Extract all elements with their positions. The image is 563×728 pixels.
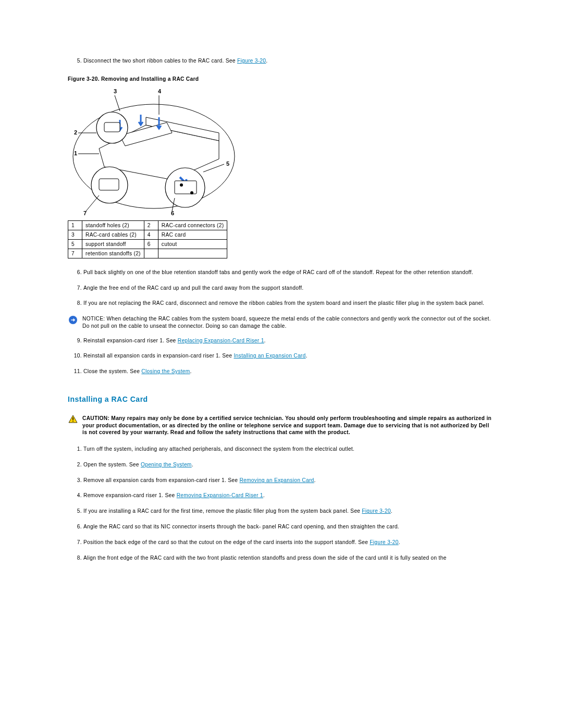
- removing-expansion-card-link[interactable]: Removing an Expansion Card: [239, 477, 314, 483]
- step-6: Pull back slightly on one of the blue re…: [83, 269, 495, 276]
- caution-label: CAUTION:: [82, 415, 109, 421]
- svg-rect-6: [175, 181, 197, 194]
- install-step-6: Angle the RAC card so that its NIC conne…: [83, 523, 495, 530]
- install-step-2: Open the system. See Opening the System.: [83, 461, 495, 468]
- svg-text:4: 4: [158, 88, 162, 94]
- step-9-pre: Reinstall expansion-card riser 1. See: [83, 338, 178, 343]
- figure-caption: Figure 3-20. Removing and Installing a R…: [68, 76, 495, 82]
- svg-rect-24: [72, 417, 74, 420]
- step-10: Reinstall all expansion cards in expansi…: [83, 352, 495, 360]
- key-6-num: 6: [144, 239, 158, 249]
- caution-block: CAUTION: Many repairs may only be done b…: [68, 415, 495, 436]
- svg-text:6: 6: [171, 210, 174, 216]
- removing-riser-link[interactable]: Removing Expansion-Card Riser 1: [177, 492, 263, 498]
- figure-diagram: 1 2 3 4 5 6 7: [68, 86, 495, 216]
- key-3-label: RAC-card cables (2): [82, 230, 144, 239]
- notice-block: NOTICE: When detaching the RAC cables fr…: [68, 315, 495, 330]
- install-step-7-post: .: [399, 539, 400, 545]
- figure-3-20-link[interactable]: Figure 3-20: [237, 58, 266, 64]
- step-11-pre: Close the system. See: [83, 368, 141, 374]
- key-2-num: 2: [144, 220, 158, 230]
- key-1-label: standoff holes (2): [82, 220, 144, 230]
- key-7-num: 7: [68, 249, 82, 258]
- install-step-1: Turn off the system, including any attac…: [83, 446, 495, 453]
- caution-text: Many repairs may only be done by a certi…: [82, 415, 492, 436]
- install-step-4-post: .: [263, 492, 265, 498]
- figure-3-20-link-b[interactable]: Figure 3-20: [362, 508, 390, 514]
- figure-3-20-link-c[interactable]: Figure 3-20: [370, 539, 398, 545]
- install-step-5-post: .: [391, 508, 393, 514]
- opening-system-link[interactable]: Opening the System: [141, 462, 192, 467]
- step-5-text: Disconnect the two short ribbon cables t…: [83, 58, 237, 64]
- svg-rect-5: [99, 179, 119, 190]
- key-1-num: 1: [68, 220, 82, 230]
- key-6-label: cutout: [158, 239, 227, 249]
- svg-point-7: [190, 191, 193, 194]
- replacing-riser-link[interactable]: Replacing Expansion-Card Riser 1: [178, 338, 264, 343]
- install-step-2-pre: Open the system. See: [83, 462, 141, 467]
- step-10-pre: Reinstall all expansion cards in expansi…: [83, 353, 234, 359]
- svg-line-13: [203, 164, 224, 172]
- step-11-post: .: [190, 368, 192, 374]
- key-blank-label: [158, 249, 227, 258]
- install-step-7-pre: Position the back edge of the card so th…: [83, 539, 370, 545]
- svg-text:5: 5: [226, 161, 229, 167]
- install-step-4-pre: Remove expansion-card riser 1. See: [83, 492, 177, 498]
- svg-line-11: [115, 95, 120, 111]
- step-7: Angle the free end of the RAC card up an…: [83, 285, 495, 292]
- caution-icon: [68, 415, 78, 423]
- section-heading-installing-rac: Installing a RAC Card: [68, 395, 495, 403]
- install-step-8: Align the front edge of the RAC card wit…: [83, 554, 495, 562]
- key-5-label: support standoff: [82, 239, 144, 249]
- key-2-label: RAC-card connectors (2): [158, 220, 227, 230]
- installing-expansion-card-link[interactable]: Installing an Expansion Card: [234, 353, 305, 359]
- install-step-3-pre: Remove all expansion cards from expansio…: [83, 477, 239, 483]
- key-5-num: 5: [68, 239, 82, 249]
- svg-text:3: 3: [114, 88, 117, 94]
- notice-icon: [68, 315, 78, 325]
- step-9-post: .: [264, 338, 266, 343]
- install-step-5-pre: If you are installing a RAC card for the…: [83, 508, 362, 514]
- svg-rect-4: [104, 122, 120, 132]
- key-3-num: 3: [68, 230, 82, 239]
- step-5: Disconnect the two short ribbon cables t…: [83, 57, 495, 65]
- step-10-post: .: [306, 353, 308, 359]
- svg-text:7: 7: [83, 210, 87, 216]
- install-step-5: If you are installing a RAC card for the…: [83, 508, 495, 515]
- step-5-after: .: [266, 58, 267, 64]
- notice-label: NOTICE:: [82, 316, 105, 322]
- notice-text: When detaching the RAC cables from the s…: [82, 316, 491, 329]
- step-11: Close the system. See Closing the System…: [83, 368, 495, 375]
- svg-rect-25: [72, 421, 74, 422]
- svg-point-8: [180, 183, 183, 187]
- diagram-svg: 1 2 3 4 5 6 7: [68, 86, 240, 216]
- svg-line-15: [86, 195, 99, 211]
- key-blank-num: [144, 249, 158, 258]
- key-4-num: 4: [144, 230, 158, 239]
- install-step-3-post: .: [314, 477, 316, 483]
- step-8: If you are not replacing the RAC card, d…: [83, 300, 495, 307]
- figure-key-table: 1 standoff holes (2) 2 RAC-card connecto…: [68, 220, 227, 258]
- install-step-3: Remove all expansion cards from expansio…: [83, 477, 495, 484]
- install-step-2-post: .: [192, 462, 193, 467]
- install-step-4: Remove expansion-card riser 1. See Remov…: [83, 492, 495, 499]
- svg-text:2: 2: [74, 129, 77, 135]
- svg-text:1: 1: [74, 150, 77, 156]
- install-step-7: Position the back edge of the card so th…: [83, 539, 495, 546]
- step-9: Reinstall expansion-card riser 1. See Re…: [83, 337, 495, 344]
- closing-system-link[interactable]: Closing the System: [141, 368, 190, 374]
- key-4-label: RAC card: [158, 230, 227, 239]
- key-7-label: retention standoffs (2): [82, 249, 144, 258]
